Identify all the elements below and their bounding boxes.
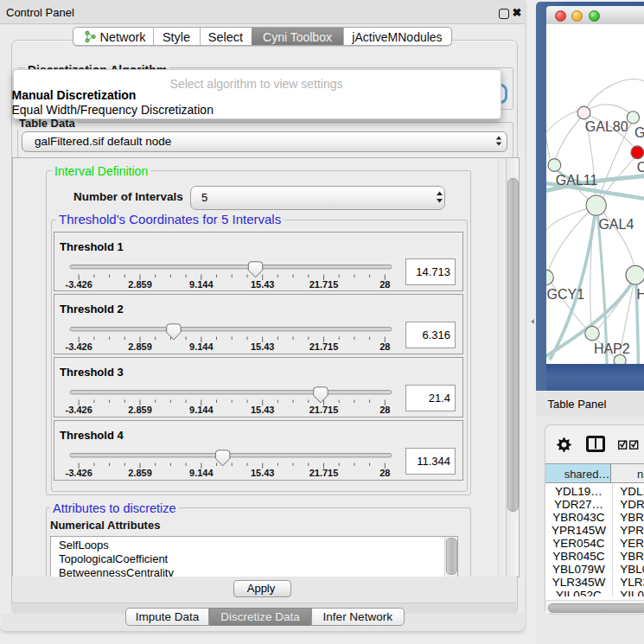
svg-text:GA: GA	[634, 124, 644, 139]
svg-text:9.144: 9.144	[189, 341, 214, 352]
svg-text:GAL11: GAL11	[555, 172, 597, 187]
svg-text:15.43: 15.43	[251, 405, 275, 415]
svg-text:2.859: 2.859	[128, 468, 152, 478]
svg-text:15.43: 15.43	[251, 279, 275, 290]
svg-text:2.859: 2.859	[128, 341, 152, 352]
svg-text:21.715: 21.715	[309, 468, 339, 478]
svg-text:-3.426: -3.426	[66, 279, 92, 290]
svg-text:GAL80: GAL80	[584, 119, 628, 134]
svg-text:GAL4: GAL4	[598, 216, 634, 231]
svg-text:2.859: 2.859	[128, 279, 152, 290]
svg-text:15.43: 15.43	[251, 468, 275, 478]
svg-text:28: 28	[379, 279, 390, 290]
svg-text:9.144: 9.144	[189, 405, 214, 415]
svg-text:21.715: 21.715	[309, 341, 339, 352]
svg-text:9.144: 9.144	[189, 279, 214, 290]
svg-text:15.43: 15.43	[251, 341, 275, 352]
svg-text:GCY1: GCY1	[546, 286, 584, 301]
svg-text:9.144: 9.144	[189, 468, 214, 478]
svg-text:H: H	[636, 286, 644, 301]
svg-text:28: 28	[379, 468, 390, 478]
svg-text:2.859: 2.859	[128, 405, 152, 415]
svg-text:-3.426: -3.426	[66, 405, 92, 415]
svg-text:21.715: 21.715	[309, 279, 339, 290]
svg-text:28: 28	[379, 341, 390, 352]
svg-text:21.715: 21.715	[309, 405, 339, 415]
svg-text:-3.426: -3.426	[66, 468, 92, 478]
svg-text:HAP2: HAP2	[593, 341, 629, 356]
svg-text:28: 28	[379, 405, 390, 415]
svg-text:C: C	[636, 160, 644, 175]
svg-text:-3.426: -3.426	[66, 341, 92, 352]
